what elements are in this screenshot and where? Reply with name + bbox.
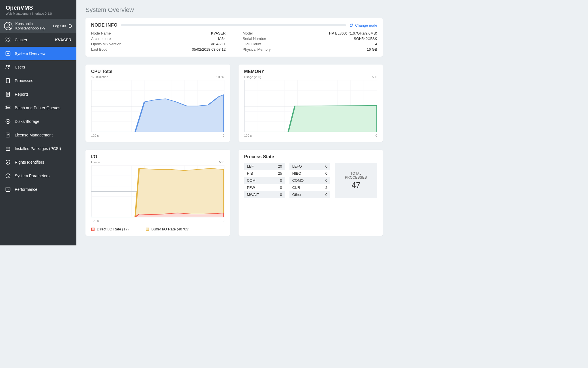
logout-icon [68, 24, 72, 28]
cluster-value: KVASER [55, 38, 71, 42]
process-state-row: CUR2 [289, 184, 330, 191]
ps-value: 20 [278, 164, 282, 168]
ps-key: PFW [247, 185, 255, 190]
disks-icon [5, 119, 11, 124]
params-icon [5, 173, 11, 179]
process-state-row: COM0 [244, 177, 285, 184]
io-chart [91, 165, 224, 217]
nav-label: Users [15, 65, 25, 69]
logout-button[interactable]: Log Out [53, 24, 72, 28]
performance-icon [5, 187, 11, 192]
change-node-label: Change node [355, 23, 377, 27]
user-name: Konstantin Konstantinopolsky [15, 22, 50, 30]
node-info-row: Last Boot05/02/2018 03:08:12 [91, 47, 226, 52]
cluster-icon [5, 37, 11, 43]
logout-label: Log Out [53, 24, 66, 28]
node-info-row: Serial NumberSGH542XB8K [243, 36, 377, 41]
ps-key: MWAIT [247, 192, 259, 197]
cpu-title: CPU Total [91, 69, 224, 74]
brand-subtitle: Web Management Interface 0.1.0 [6, 12, 71, 15]
ps-key: LEFO [292, 164, 302, 168]
memory-chart [244, 80, 377, 132]
ps-value: 0 [280, 178, 282, 183]
io-ylabel: Usage [91, 161, 100, 164]
io-title: I/O [91, 154, 224, 159]
ps-value: 25 [278, 171, 282, 176]
nav-label: System Parameters [15, 174, 50, 178]
node-info-value: KVASER [211, 31, 226, 35]
reports-icon [5, 91, 11, 97]
process-state-row: MWAIT0 [244, 191, 285, 198]
node-info-row: Node NameKVASER [91, 31, 226, 36]
io-ymax: 500 [219, 161, 224, 164]
memory-x1: 0 [375, 134, 377, 137]
io-legend: Direct I/O Rate (17) Buffer I/O Rate (40… [91, 227, 224, 231]
nav-label: Disks/Storage [15, 119, 39, 124]
change-node-link[interactable]: Change node [349, 23, 377, 27]
process-state-title: Process State [244, 154, 377, 159]
sidebar-item-users[interactable]: Users [0, 60, 76, 74]
queues-icon [5, 105, 11, 111]
node-info-key: Physical Memory [243, 47, 271, 52]
avatar-icon [4, 22, 12, 30]
ps-key: COMO [292, 178, 304, 183]
svg-point-17 [7, 121, 8, 122]
cpu-ylabel: % Utilization [91, 75, 108, 79]
memory-ylabel: Usage (250) [244, 75, 261, 79]
legend-direct-io: Direct I/O Rate (17) [91, 227, 129, 231]
node-info-key: Architecture [91, 37, 111, 41]
svg-point-16 [6, 119, 10, 124]
ps-value: 2 [325, 185, 327, 190]
process-state-card: Process State LEF20HIB25COM0PFW0MWAIT0 L… [239, 150, 383, 236]
sidebar-item-performance[interactable]: Performance [0, 183, 76, 196]
sidebar-item-license[interactable]: License Management [0, 128, 76, 142]
sidebar-item-disks[interactable]: Disks/Storage [0, 115, 76, 128]
ps-key: COM [247, 178, 256, 183]
node-info-row: Physical Memory16 GB [243, 47, 377, 52]
io-card: I/O Usage500 120 s0 Direct I/O Rate (17)… [85, 150, 230, 236]
node-info-key: CPU Count [243, 42, 261, 46]
sidebar-cluster[interactable]: Cluster KVASER [0, 33, 76, 47]
sidebar-item-processes[interactable]: Processes [0, 74, 76, 87]
svg-point-7 [6, 65, 8, 67]
node-info-key: Last Boot [91, 47, 107, 52]
overview-icon [5, 51, 11, 56]
sidebar-item-params[interactable]: System Parameters [0, 169, 76, 183]
svg-point-8 [8, 65, 10, 67]
node-info-value: IA64 [218, 37, 226, 41]
processes-icon [5, 78, 11, 84]
memory-x0: 120 s [244, 134, 252, 137]
sidebar-item-overview[interactable]: System Overview [0, 47, 76, 60]
nav-label: Processes [15, 78, 33, 83]
page-title: System Overview [85, 6, 383, 14]
nav-label: Installed Packages (PCSI) [15, 146, 61, 151]
rights-icon [5, 159, 11, 165]
memory-title: MEMORY [244, 69, 377, 74]
nav-label: Rights Identifiers [15, 160, 44, 164]
ps-key: CUR [292, 185, 300, 190]
sidebar-item-reports[interactable]: Reports [0, 87, 76, 101]
process-state-row: COMO0 [289, 177, 330, 184]
process-total-label: TOTAL PROCESSES [339, 172, 373, 179]
process-state-row: LEF20 [244, 163, 285, 170]
svg-point-1 [7, 23, 10, 26]
ps-value: 0 [325, 178, 327, 183]
sidebar-item-rights[interactable]: Rights Identifiers [0, 155, 76, 169]
node-info-value: 05/02/2018 03:08:12 [192, 47, 226, 52]
node-progress-bar [121, 24, 346, 26]
node-info-value: 16 GB [367, 47, 377, 52]
node-info-row: ArchitectureIA64 [91, 36, 226, 41]
svg-point-15 [7, 108, 7, 109]
nav-label: Batch and Printer Queues [15, 106, 60, 110]
sidebar-item-packages[interactable]: Installed Packages (PCSI) [0, 142, 76, 155]
sidebar-item-queues[interactable]: Batch and Printer Queues [0, 101, 76, 115]
nav: System OverviewUsersProcessesReportsBatc… [0, 47, 76, 196]
legend-swatch-red [91, 228, 95, 231]
ps-value: 0 [325, 164, 327, 168]
ps-value: 0 [325, 192, 327, 197]
svg-point-5 [9, 41, 10, 42]
io-x0: 120 s [91, 219, 99, 222]
node-info-key: Model [243, 31, 253, 35]
legend-swatch-yellow [146, 228, 149, 231]
legend-buffer-io: Buffer I/O Rate (40703) [146, 227, 190, 231]
